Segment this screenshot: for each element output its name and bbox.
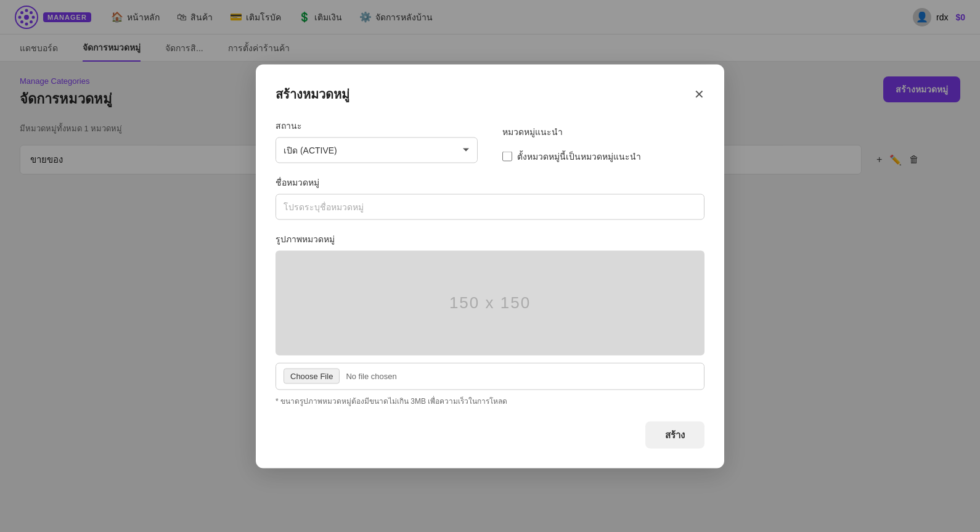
name-group: ชื่อหมวดหมู่ bbox=[276, 175, 704, 219]
image-placeholder-text: 150 x 150 bbox=[449, 293, 531, 313]
modal-footer: สร้าง bbox=[276, 421, 704, 448]
close-modal-button[interactable]: ✕ bbox=[694, 88, 704, 100]
category-name-input[interactable] bbox=[276, 194, 704, 219]
featured-group: หมวดหมู่แนะนำ ตั้งหมวดหมู่นี้เป็นหมวดหมู… bbox=[502, 118, 704, 163]
create-category-modal: สร้างหมวดหมู่ ✕ สถานะ เปิด (ACTIVE) ปิด … bbox=[256, 64, 724, 468]
image-preview: 150 x 150 bbox=[276, 250, 704, 355]
image-group: รูปภาพหมวดหมู่ 150 x 150 Choose File No … bbox=[276, 232, 704, 406]
no-file-text: No file chosen bbox=[346, 372, 396, 381]
image-label: รูปภาพหมวดหมู่ bbox=[276, 232, 704, 245]
name-label: ชื่อหมวดหมู่ bbox=[276, 175, 704, 189]
featured-label: หมวดหมู่แนะนำ bbox=[502, 125, 704, 138]
status-label: สถานะ bbox=[276, 118, 478, 132]
file-input-wrapper: Choose File No file chosen bbox=[276, 362, 704, 390]
file-hint: * ขนาดรูปภาพหมวดหมู่ต้องมีขนาดไม่เกิน 3M… bbox=[276, 395, 704, 406]
featured-checkbox-label: ตั้งหมวดหมู่นี้เป็นหมวดหมู่แนะนำ bbox=[517, 149, 641, 163]
status-group: สถานะ เปิด (ACTIVE) ปิด (INACTIVE) bbox=[276, 118, 478, 163]
submit-create-button[interactable]: สร้าง bbox=[645, 421, 704, 448]
modal-header: สร้างหมวดหมู่ ✕ bbox=[276, 84, 704, 104]
featured-checkbox[interactable] bbox=[502, 151, 512, 161]
featured-checkbox-area: ตั้งหมวดหมู่นี้เป็นหมวดหมู่แนะนำ bbox=[502, 149, 704, 163]
modal-title: สร้างหมวดหมู่ bbox=[276, 84, 349, 104]
choose-file-button[interactable]: Choose File bbox=[284, 369, 340, 384]
status-select[interactable]: เปิด (ACTIVE) ปิด (INACTIVE) bbox=[276, 137, 478, 163]
form-row-status: สถานะ เปิด (ACTIVE) ปิด (INACTIVE) หมวดห… bbox=[276, 118, 704, 163]
